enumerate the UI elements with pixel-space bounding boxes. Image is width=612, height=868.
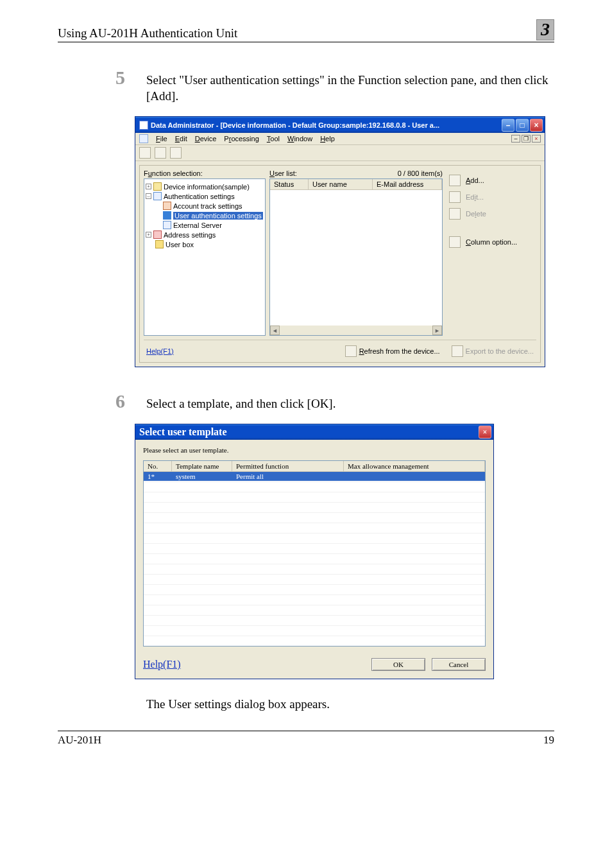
function-selection-label: Function selection: bbox=[144, 169, 266, 177]
toolbar-icon-1[interactable] bbox=[139, 147, 151, 159]
item-count: 0 / 800 item(s) bbox=[398, 169, 443, 177]
column-icon bbox=[449, 236, 461, 248]
user-icon bbox=[163, 211, 171, 220]
mdi-icon bbox=[139, 134, 148, 143]
device-icon bbox=[153, 182, 162, 191]
dialog-title: Select user template bbox=[139, 426, 479, 438]
minimize-button[interactable]: – bbox=[502, 119, 514, 132]
step-number-6: 6 bbox=[115, 390, 146, 412]
col-email[interactable]: E-Mail address bbox=[373, 179, 442, 189]
toolbar-icon-2[interactable] bbox=[155, 147, 166, 159]
cell-max bbox=[344, 472, 485, 481]
result-text: The User settings dialog box appears. bbox=[146, 697, 554, 711]
delete-button[interactable]: Delete bbox=[448, 205, 535, 222]
template-row-1[interactable]: 1* system Permit all bbox=[144, 472, 485, 481]
server-icon bbox=[163, 221, 171, 229]
userbox-icon bbox=[155, 240, 164, 248]
col-permitted-function[interactable]: Permitted function bbox=[232, 461, 344, 471]
address-icon bbox=[153, 230, 162, 239]
menu-help[interactable]: Help bbox=[320, 135, 335, 143]
help-link[interactable]: Help(F1) bbox=[146, 347, 174, 355]
column-option-button[interactable]: Column option... bbox=[448, 234, 535, 250]
toolbar-icon-3[interactable] bbox=[170, 147, 182, 159]
scroll-left-button[interactable]: ◄ bbox=[270, 326, 280, 335]
col-max-allowance[interactable]: Max allowance management bbox=[344, 461, 485, 471]
add-button[interactable]: Add... bbox=[448, 172, 535, 189]
dialog-help-link[interactable]: Help(F1) bbox=[143, 659, 181, 670]
menu-window[interactable]: Window bbox=[287, 135, 312, 143]
col-username[interactable]: User name bbox=[309, 179, 373, 189]
app-icon bbox=[139, 121, 148, 130]
cell-no: 1* bbox=[144, 472, 172, 481]
step-number-5: 5 bbox=[115, 67, 146, 89]
mdi-minimize[interactable]: – bbox=[511, 135, 520, 143]
maximize-button[interactable]: □ bbox=[516, 119, 529, 132]
select-template-dialog: Select user template × Please select an … bbox=[135, 424, 494, 679]
refresh-icon bbox=[345, 345, 357, 357]
template-list[interactable]: No. Template name Permitted function Max… bbox=[143, 460, 486, 647]
scroll-right-button[interactable]: ► bbox=[432, 326, 442, 335]
user-list[interactable]: Status User name E-Mail address ◄ ► bbox=[269, 178, 443, 336]
menu-tool[interactable]: Tool bbox=[267, 135, 280, 143]
account-icon bbox=[163, 202, 171, 210]
scroll-track[interactable] bbox=[280, 326, 432, 335]
tree-external-server[interactable]: External Server bbox=[173, 221, 222, 229]
tree-user-auth-settings[interactable]: User authentication settings bbox=[173, 212, 263, 220]
edit-button[interactable]: Edit... bbox=[448, 189, 535, 205]
footer-page-number: 19 bbox=[543, 734, 554, 747]
col-template-name[interactable]: Template name bbox=[172, 461, 232, 471]
add-icon bbox=[449, 175, 461, 186]
window-title: Data Administrator - [Device information… bbox=[151, 121, 502, 129]
running-head: Using AU-201H Authentication Unit bbox=[58, 26, 237, 40]
menu-device[interactable]: Device bbox=[195, 135, 217, 143]
step-text-5: Select "User authentication settings" in… bbox=[146, 67, 554, 105]
auth-icon bbox=[153, 192, 162, 200]
menu-file[interactable]: File bbox=[156, 135, 167, 143]
step-text-6: Select a template, and then click [OK]. bbox=[146, 390, 336, 412]
chapter-number: 3 bbox=[536, 19, 554, 40]
footer-model: AU-201H bbox=[58, 734, 101, 747]
close-button[interactable]: × bbox=[530, 119, 543, 132]
col-status[interactable]: Status bbox=[270, 179, 309, 189]
export-button[interactable]: Export to the device... bbox=[452, 345, 534, 357]
mdi-restore[interactable]: ❐ bbox=[522, 135, 531, 143]
refresh-button[interactable]: Refresh from the device... bbox=[345, 345, 440, 357]
tree-device-info[interactable]: Device information(sample) bbox=[164, 183, 250, 191]
tree-auth-settings[interactable]: Authentication settings bbox=[164, 193, 235, 200]
tree-user-box[interactable]: User box bbox=[166, 241, 194, 248]
ok-button[interactable]: OK bbox=[371, 658, 425, 671]
tree-account-track[interactable]: Account track settings bbox=[173, 202, 242, 210]
tree-address-settings[interactable]: Address settings bbox=[164, 231, 216, 239]
dialog-close-button[interactable]: × bbox=[479, 426, 491, 438]
edit-icon bbox=[449, 191, 461, 203]
delete-icon bbox=[449, 208, 461, 220]
menu-processing[interactable]: Processing bbox=[224, 135, 259, 143]
cell-template-name: system bbox=[172, 472, 232, 481]
cancel-button[interactable]: Cancel bbox=[432, 658, 486, 671]
cell-permitted: Permit all bbox=[232, 472, 344, 481]
mdi-close[interactable]: × bbox=[532, 135, 541, 143]
dialog-instruction: Please select an user template. bbox=[143, 446, 486, 454]
export-icon bbox=[452, 345, 463, 357]
function-tree[interactable]: +Device information(sample) –Authenticat… bbox=[144, 178, 266, 336]
col-no[interactable]: No. bbox=[144, 461, 172, 471]
data-admin-window: Data Administrator - [Device information… bbox=[135, 116, 545, 367]
user-list-label: User list: bbox=[269, 169, 297, 177]
menu-edit[interactable]: Edit bbox=[175, 135, 187, 143]
